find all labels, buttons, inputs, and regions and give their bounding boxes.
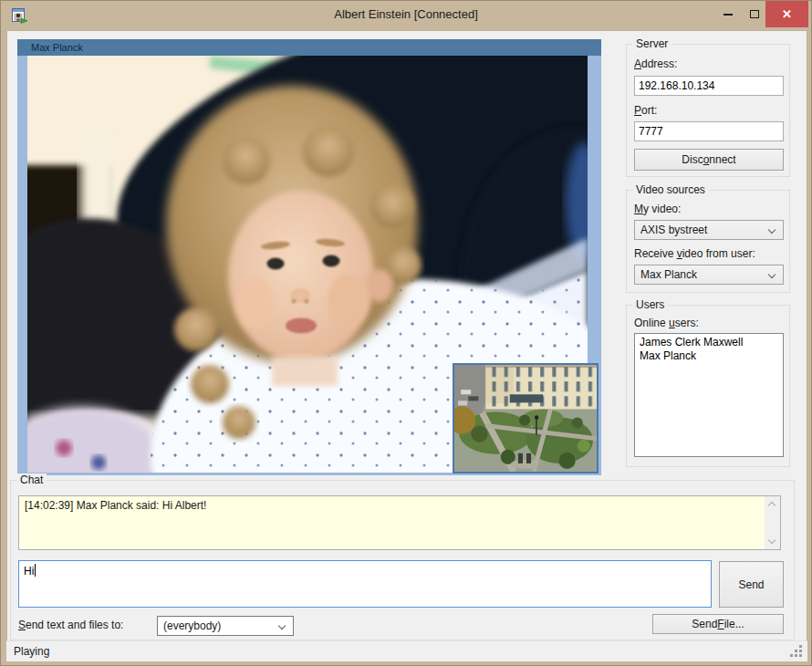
receive-video-label: Receive video from user: — [634, 247, 755, 260]
address-input[interactable] — [634, 76, 784, 96]
local-video-pip — [453, 363, 599, 473]
send-to-label: Send text and files to: — [18, 619, 123, 631]
app-window: Albert Einstein [Connected] ✕ Max Planck — [0, 0, 812, 666]
scroll-down-icon[interactable] — [768, 536, 776, 544]
minimize-icon — [724, 14, 733, 16]
chat-history-scrollbar[interactable] — [765, 496, 780, 549]
receive-video-combobox[interactable]: Max Planck — [634, 265, 784, 285]
send-button[interactable]: Send — [719, 561, 784, 608]
chat-message: [14:02:39] Max Planck said: Hi Albert! — [19, 496, 780, 515]
chat-group-title: Chat — [16, 473, 47, 486]
send-to-selected: (everybody) — [163, 619, 221, 632]
my-video-combobox[interactable]: AXIS bystreet — [634, 220, 784, 240]
maximize-button[interactable] — [742, 1, 766, 27]
window-title: Albert Einstein [Connected] — [1, 7, 811, 21]
online-users-listbox[interactable]: James Clerk Maxwell Max Planck — [634, 333, 784, 457]
close-button[interactable]: ✕ — [765, 1, 808, 27]
server-group-title: Server — [632, 37, 671, 50]
receive-video-selected: Max Planck — [640, 268, 697, 281]
user-list-item[interactable]: Max Planck — [635, 349, 783, 363]
maximize-icon — [750, 10, 759, 18]
my-video-selected: AXIS bystreet — [640, 224, 707, 236]
chevron-down-icon — [768, 271, 776, 278]
users-group: Users Online users: James Clerk Maxwell … — [626, 305, 790, 467]
server-group: Server Address: Port: Disconnect — [626, 44, 790, 177]
video-sources-group-title: Video sources — [632, 183, 709, 196]
chat-message-input[interactable]: Hi — [18, 560, 712, 608]
online-users-label: Online users: — [634, 317, 699, 329]
users-group-title: Users — [632, 298, 668, 311]
chat-group: Chat [14:02:39] Max Planck said: Hi Albe… — [10, 480, 795, 640]
remote-video-title: Max Planck — [17, 39, 601, 56]
remote-video-panel: Max Planck — [17, 39, 601, 475]
titlebar[interactable]: Albert Einstein [Connected] ✕ — [1, 1, 811, 30]
status-text: Playing — [14, 645, 49, 658]
status-bar: Playing — [6, 640, 807, 661]
video-sources-group: Video sources My video: AXIS bystreet Re… — [626, 190, 790, 293]
resize-grip-icon[interactable] — [799, 654, 802, 657]
text-caret — [35, 564, 36, 577]
disconnect-button[interactable]: Disconnect — [634, 149, 784, 171]
chat-history[interactable]: [14:02:39] Max Planck said: Hi Albert! — [18, 495, 781, 550]
close-icon: ✕ — [782, 7, 792, 21]
chevron-down-icon — [278, 622, 286, 630]
send-to-combobox[interactable]: (everybody) — [157, 616, 294, 636]
port-input[interactable] — [634, 121, 784, 141]
port-label: Port: — [634, 104, 657, 117]
chat-input-text: Hi — [24, 565, 34, 578]
chevron-down-icon — [768, 226, 776, 234]
minimize-button[interactable] — [714, 1, 742, 27]
my-video-label: My video: — [634, 203, 681, 215]
address-label: Address: — [634, 57, 677, 70]
scroll-up-icon[interactable] — [768, 502, 776, 509]
user-list-item[interactable]: James Clerk Maxwell — [635, 336, 783, 349]
send-file-button[interactable]: Send File... — [652, 614, 784, 634]
